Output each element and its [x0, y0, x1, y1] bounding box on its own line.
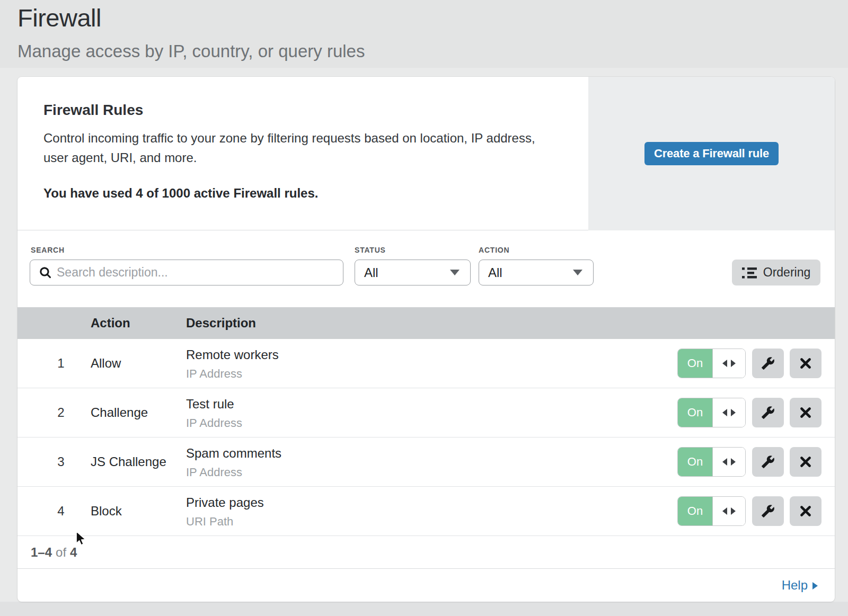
help-label: Help: [782, 578, 808, 593]
edit-rule-button[interactable]: [752, 398, 784, 427]
section-description: Control incoming traffic to your zone by…: [43, 128, 539, 167]
toggle-on-state[interactable]: On: [678, 497, 712, 525]
rule-description: Spam comments: [186, 446, 281, 461]
page-subtitle: Manage access by IP, country, or query r…: [17, 41, 365, 61]
rule-toggle[interactable]: On: [677, 398, 746, 427]
wrench-icon: [761, 455, 775, 469]
arrow-right-icon: [731, 409, 736, 416]
search-input[interactable]: [51, 260, 343, 285]
arrow-left-icon: [722, 409, 727, 416]
wrench-icon: [761, 406, 775, 419]
rule-priority: 3: [53, 438, 69, 486]
status-value: All: [364, 265, 378, 280]
edit-rule-button[interactable]: [752, 496, 784, 526]
action-value: All: [488, 265, 502, 280]
toggle-on-state[interactable]: On: [678, 398, 712, 427]
table-header: Action Description: [17, 307, 835, 339]
table-row: 1 Allow Remote workers IP Address On: [17, 339, 835, 388]
page-title: Firewall: [17, 3, 101, 32]
close-icon: [799, 505, 812, 517]
search-box[interactable]: [30, 260, 343, 285]
rule-priority: 4: [53, 487, 69, 535]
arrow-right-icon: [731, 507, 736, 515]
rule-match-type: IP Address: [186, 416, 242, 430]
search-icon: [39, 266, 51, 279]
pagination-range: 1–4: [31, 545, 52, 560]
rule-match-type: IP Address: [186, 367, 242, 381]
search-label: SEARCH: [31, 246, 65, 254]
pagination: 1–4 of 4: [17, 536, 835, 569]
rule-action: Allow: [91, 339, 121, 388]
table-row: 4 Block Private pages URI Path On: [17, 487, 835, 536]
toggle-handle[interactable]: [712, 497, 745, 525]
wrench-icon: [761, 356, 775, 370]
toggle-on-state[interactable]: On: [678, 448, 712, 476]
rule-action: Block: [91, 487, 122, 535]
rule-toggle[interactable]: On: [677, 349, 746, 378]
toggle-handle[interactable]: [712, 448, 745, 476]
delete-rule-button[interactable]: [790, 349, 822, 378]
action-select[interactable]: All: [479, 260, 594, 285]
create-firewall-rule-button[interactable]: Create a Firewall rule: [644, 142, 779, 165]
rule-toggle[interactable]: On: [677, 496, 746, 526]
delete-rule-button[interactable]: [790, 496, 822, 526]
help-link[interactable]: Help: [782, 578, 818, 593]
close-icon: [799, 357, 812, 370]
arrow-right-icon: [812, 582, 818, 590]
mouse-cursor: [72, 530, 88, 548]
rule-match-type: URI Path: [186, 515, 233, 529]
rule-action: JS Challenge: [91, 438, 166, 486]
edit-rule-button[interactable]: [752, 349, 784, 378]
edit-rule-button[interactable]: [752, 447, 784, 477]
ordering-button[interactable]: Ordering: [732, 260, 820, 285]
delete-rule-button[interactable]: [790, 398, 822, 427]
usage-summary: You have used 4 of 1000 active Firewall …: [43, 186, 318, 201]
arrow-left-icon: [722, 360, 727, 367]
chevron-down-icon: [450, 270, 460, 275]
help-footer: Help: [17, 569, 835, 601]
section-heading: Firewall Rules: [43, 102, 143, 119]
table-row: 3 JS Challenge Spam comments IP Address …: [17, 438, 835, 487]
action-label: ACTION: [479, 246, 509, 254]
close-icon: [799, 456, 812, 468]
status-label: STATUS: [355, 246, 386, 254]
rule-match-type: IP Address: [186, 466, 242, 479]
rule-toggle[interactable]: On: [677, 447, 746, 477]
toggle-handle[interactable]: [712, 398, 745, 427]
rule-description: Remote workers: [186, 347, 279, 362]
ordered-list-icon: [742, 267, 757, 279]
status-select[interactable]: All: [355, 260, 471, 285]
toggle-handle[interactable]: [712, 349, 745, 378]
firewall-rules-section: Firewall Rules Control incoming traffic …: [17, 77, 835, 230]
table-row: 2 Challenge Test rule IP Address On: [17, 388, 835, 438]
pagination-of: of: [52, 545, 70, 560]
arrow-right-icon: [731, 458, 736, 466]
firewall-card: Firewall Rules Control incoming traffic …: [17, 77, 835, 602]
arrow-left-icon: [722, 507, 727, 515]
arrow-right-icon: [731, 360, 736, 367]
rule-priority: 2: [53, 388, 69, 437]
chevron-down-icon: [573, 270, 582, 275]
rule-action: Challenge: [91, 388, 148, 437]
column-header-action: Action: [91, 307, 130, 339]
wrench-icon: [761, 504, 775, 518]
ordering-label: Ordering: [763, 265, 810, 280]
rule-priority: 1: [53, 339, 69, 388]
arrow-left-icon: [722, 458, 727, 466]
rule-description: Test rule: [186, 397, 234, 412]
close-icon: [799, 406, 812, 419]
toggle-on-state[interactable]: On: [678, 349, 712, 378]
rule-description: Private pages: [186, 495, 264, 510]
filters-section: SEARCH STATUS ACTION All All Ordering: [17, 230, 835, 307]
column-header-description: Description: [186, 307, 256, 339]
delete-rule-button[interactable]: [790, 447, 822, 477]
page-bottom-margin: [0, 602, 848, 616]
